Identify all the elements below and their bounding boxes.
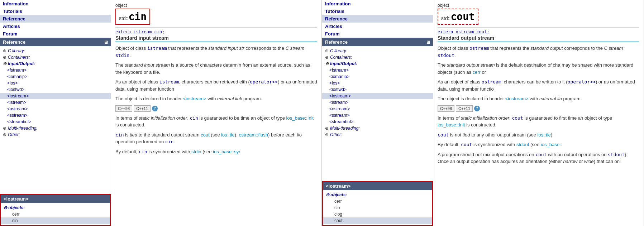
left-para4: The object is declared in header <iostre…: [115, 95, 317, 102]
right-divider: [438, 28, 639, 28]
right-tree-streambuf[interactable]: <streambuf>: [322, 119, 433, 125]
right-sidebar: Information Tutorials Reference Articles…: [322, 0, 433, 226]
left-iostream-section: <iostream> ⊖ objects: cerr cin: [0, 194, 111, 226]
right-namespace: std::: [441, 15, 450, 21]
right-title-box: std::cout: [438, 9, 478, 25]
right-tree-other[interactable]: ⊕Other:: [322, 131, 433, 138]
right-para6: cout is not tied to any other output str…: [438, 131, 639, 139]
tree-ostream[interactable]: <ostream>: [0, 106, 111, 112]
right-nav-reference[interactable]: Reference: [322, 15, 433, 23]
nav-item-reference[interactable]: Reference: [0, 15, 111, 23]
left-namespace: std::: [119, 15, 128, 21]
right-content-area: object std::cout extern ostream cout; St…: [433, 0, 644, 226]
right-tree-iomanip[interactable]: <iomanip>: [322, 73, 433, 80]
right-tree-istream[interactable]: <istream>: [322, 99, 433, 106]
left-ref-header: Reference ⊞: [0, 38, 111, 46]
left-cerr[interactable]: cerr: [1, 211, 110, 217]
right-help-icon[interactable]: ?: [474, 106, 480, 111]
right-para3: As an object of class ostream, character…: [438, 78, 639, 92]
left-obj-label: object: [115, 3, 317, 8]
right-content-inner: object std::cout extern ostream cout; St…: [433, 0, 644, 171]
ref-header-label: Reference: [3, 39, 25, 45]
right-tree-iosfwd[interactable]: <iosfwd>: [322, 86, 433, 93]
left-panel: Information Tutorials Reference Articles…: [0, 0, 322, 226]
right-classname: cout: [450, 11, 474, 23]
left-ref-section: Reference ⊞ ⊕C library: ⊕Containers: ⊖In…: [0, 38, 111, 226]
right-para7: By default, cout is synchronized with st…: [438, 141, 639, 148]
tree-istream[interactable]: <istream>: [0, 99, 111, 106]
right-ref-header-label: Reference: [325, 39, 348, 45]
right-tree-ostream[interactable]: <ostream>: [322, 106, 433, 112]
tree-ios[interactable]: <ios>: [0, 80, 111, 86]
right-para8: A program should not mix output operatio…: [438, 151, 639, 165]
right-cout[interactable]: cout: [323, 217, 432, 224]
tree-clibrary[interactable]: ⊕C library:: [0, 48, 111, 54]
right-objects-label: ⊖ objects:: [323, 192, 432, 198]
left-sidebar: Information Tutorials Reference Articles…: [0, 0, 111, 226]
right-para4: The object is declared in header <iostre…: [438, 95, 639, 102]
left-divider: [115, 28, 317, 28]
nav-item-articles[interactable]: Articles: [0, 23, 111, 30]
ref-header-icon: ⊞: [104, 40, 108, 45]
tree-multithreading[interactable]: ⊕Multi-threading:: [0, 125, 111, 131]
tree-sstream[interactable]: <sstream>: [0, 112, 111, 119]
left-para5: In terms of static initialization order,…: [115, 115, 317, 129]
nav-item-forum[interactable]: Forum: [0, 30, 111, 38]
right-para5: In terms of static initialization order,…: [438, 115, 639, 129]
left-content-area: object std::cin extern istream cin; Stan…: [111, 0, 321, 226]
left-ref-tree: ⊕C library: ⊕Containers: ⊖Input/Output: …: [0, 46, 111, 194]
right-iostream-header: <iostream>: [323, 182, 432, 190]
tree-iostream[interactable]: <iostream>: [0, 93, 111, 99]
right-ref-header: Reference ⊞: [322, 38, 433, 46]
right-iostream-tree: ⊖ objects: cerr cin clog cout: [323, 190, 432, 225]
left-para1: Object of class istream that represents …: [115, 45, 317, 59]
right-cerr[interactable]: cerr: [323, 198, 432, 205]
right-nav-forum[interactable]: Forum: [322, 30, 433, 38]
right-nav-information[interactable]: Information: [322, 0, 433, 8]
help-icon[interactable]: ?: [152, 106, 158, 111]
left-desc: Standard input stream: [115, 35, 317, 42]
left-para7: By default, cin is synchronized with std…: [115, 148, 317, 155]
right-badge-cpp98[interactable]: C++98: [438, 105, 454, 112]
left-iostream-tree: ⊖ objects: cerr cin: [1, 203, 110, 225]
tree-containers[interactable]: ⊕Containers:: [0, 54, 111, 61]
right-badge-cpp11[interactable]: C++11: [456, 105, 473, 112]
right-panel: Information Tutorials Reference Articles…: [322, 0, 644, 226]
nav-item-information[interactable]: Information: [0, 0, 111, 8]
right-tree-ios[interactable]: <ios>: [322, 80, 433, 86]
right-tree-containers[interactable]: ⊕Containers:: [322, 54, 433, 61]
right-tree-clibrary[interactable]: ⊕C library:: [322, 48, 433, 54]
right-tree-iostream[interactable]: <iostream>: [322, 93, 433, 99]
left-nav: Information Tutorials Reference Articles…: [0, 0, 111, 38]
right-nav: Information Tutorials Reference Articles…: [322, 0, 433, 38]
left-cin[interactable]: cin: [1, 217, 110, 224]
badge-cpp98[interactable]: C++98: [115, 105, 132, 112]
right-desc: Standard output stream: [438, 35, 639, 42]
tree-inputoutput[interactable]: ⊖Input/Output:: [0, 61, 111, 67]
left-classname: cin: [128, 11, 147, 23]
right-ref-tree: ⊕C library: ⊕Containers: ⊖Input/Output: …: [322, 46, 433, 181]
right-tree-multithreading[interactable]: ⊕Multi-threading:: [322, 125, 433, 131]
right-ref-section: Reference ⊞ ⊕C library: ⊕Containers: ⊖In…: [322, 38, 433, 226]
nav-item-tutorials[interactable]: Tutorials: [0, 8, 111, 15]
right-tree-inputoutput[interactable]: ⊖Input/Output:: [322, 61, 433, 67]
left-para2: The standard input stream is a source of…: [115, 62, 317, 76]
tree-fstream[interactable]: <fstream>: [0, 67, 111, 73]
right-obj-label: object: [438, 3, 639, 8]
badge-cpp11[interactable]: C++11: [134, 105, 151, 112]
left-declaration: extern istream cin;: [115, 29, 317, 34]
right-ref-header-icon: ⊞: [426, 40, 430, 45]
right-tree-fstream[interactable]: <fstream>: [322, 67, 433, 73]
left-para6: cin is tied to the standard output strea…: [115, 131, 317, 145]
right-nav-tutorials[interactable]: Tutorials: [322, 8, 433, 15]
right-clog[interactable]: clog: [323, 211, 432, 217]
right-cin[interactable]: cin: [323, 205, 432, 211]
tree-iosfwd[interactable]: <iosfwd>: [0, 86, 111, 93]
tree-iomanip[interactable]: <iomanip>: [0, 73, 111, 80]
tree-other[interactable]: ⊕Other:: [0, 131, 111, 138]
right-nav-articles[interactable]: Articles: [322, 23, 433, 30]
right-iostream-section: <iostream> ⊖ objects: cerr cin clog cout: [322, 181, 433, 226]
left-badges: C++98 C++11 ?: [115, 105, 317, 112]
right-tree-sstream[interactable]: <sstream>: [322, 112, 433, 119]
tree-streambuf[interactable]: <streambuf>: [0, 119, 111, 125]
